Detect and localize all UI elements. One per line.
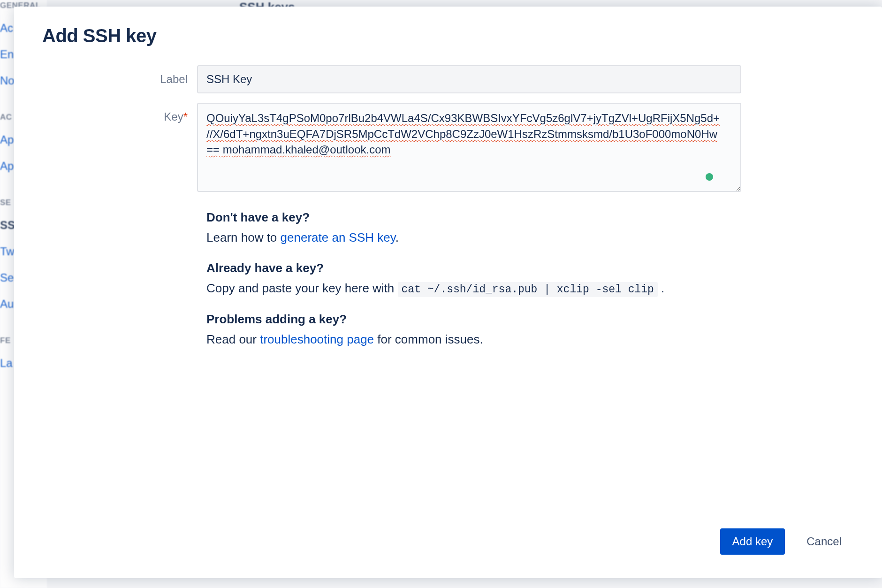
add-key-button[interactable]: Add key — [720, 528, 785, 555]
label-input[interactable] — [197, 65, 741, 93]
label-form-row: Label — [42, 65, 854, 93]
key-field-label: Key* — [42, 103, 197, 123]
help-no-key: Don't have a key? Learn how to generate … — [206, 210, 751, 247]
modal-footer: Add key Cancel — [720, 528, 854, 555]
troubleshooting-link[interactable]: troubleshooting page — [260, 332, 374, 346]
help-problems-heading: Problems adding a key? — [206, 312, 751, 327]
help-no-key-heading: Don't have a key? — [206, 210, 751, 225]
help-section: Don't have a key? Learn how to generate … — [206, 210, 751, 349]
label-field-label: Label — [42, 65, 197, 86]
help-problems: Problems adding a key? Read our troubles… — [206, 312, 751, 349]
cancel-button[interactable]: Cancel — [794, 528, 854, 555]
help-have-key-heading: Already have a key? — [206, 261, 751, 275]
help-have-key-text: Copy and paste your key here with cat ~/… — [206, 279, 751, 298]
add-ssh-key-modal: Add SSH key Label Key* QOuiyYaL3sT4gPSoM… — [14, 7, 882, 578]
key-form-row: Key* QOuiyYaL3sT4gPSoM0po7rlBu2b4VWLa4S/… — [42, 103, 854, 194]
modal-title: Add SSH key — [42, 25, 854, 46]
key-textarea[interactable]: QOuiyYaL3sT4gPSoM0po7rlBu2b4VWLa4S/Cx93K… — [197, 103, 741, 192]
required-indicator: * — [183, 110, 188, 123]
modal-overlay: Add SSH key Label Key* QOuiyYaL3sT4gPSoM… — [0, 7, 882, 588]
generate-ssh-key-link[interactable]: generate an SSH key — [281, 230, 395, 244]
help-no-key-text: Learn how to generate an SSH key. — [206, 229, 751, 247]
key-label-text: Key — [164, 110, 183, 123]
help-problems-text: Read our troubleshooting page for common… — [206, 330, 751, 349]
valid-indicator-icon — [706, 173, 713, 181]
help-have-key: Already have a key? Copy and paste your … — [206, 261, 751, 298]
clipboard-command-code: cat ~/.ssh/id_rsa.pub | xclip -sel clip — [398, 282, 658, 297]
